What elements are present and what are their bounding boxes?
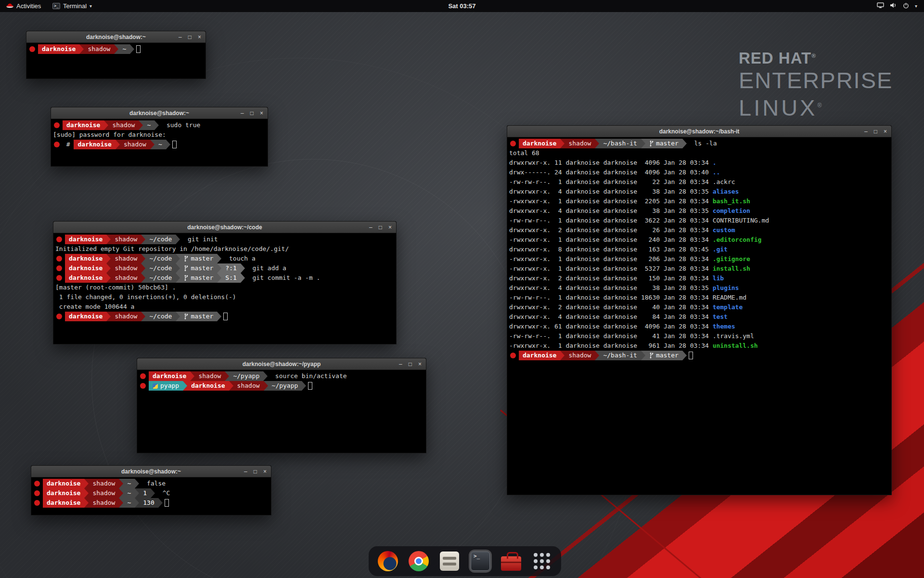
maximize-button[interactable]: □ <box>188 34 192 40</box>
window-titlebar[interactable]: darknoise@shadow:~–□× <box>51 107 268 119</box>
maximize-button[interactable]: □ <box>874 129 877 134</box>
powerline-arrow-icon <box>141 312 145 321</box>
prompt-user-segment: darknoise <box>187 381 229 391</box>
window-controls: –□× <box>241 107 263 118</box>
maximize-button[interactable]: □ <box>379 224 382 230</box>
git-branch-segment: master <box>645 139 682 148</box>
terminal-body[interactable]: darknoiseshadow~ <box>26 43 205 55</box>
terminal-text: drwx------. 24 darknoise darknoise 4096 … <box>509 168 713 177</box>
window-controls: –□× <box>369 222 392 233</box>
close-button[interactable]: × <box>260 110 263 116</box>
minimize-button[interactable]: – <box>369 224 372 230</box>
window-layer: darknoise@shadow:~–□×darknoiseshadow~dar… <box>0 0 924 578</box>
maximize-button[interactable]: □ <box>250 110 254 116</box>
terminal-text: lib <box>713 274 724 283</box>
terminal-line: drwxrwxr-x. 11 darknoise darknoise 4096 … <box>509 158 889 168</box>
terminal-line: -rw-rw-r--. 1 darknoise darknoise 18630 … <box>509 293 889 302</box>
terminal-logo-icon: >_ <box>471 552 490 571</box>
powerline-arrow-icon <box>641 139 645 148</box>
window-titlebar[interactable]: darknoise@shadow:~/bash-it–□× <box>507 126 891 137</box>
git-branch-segment: master <box>180 254 217 263</box>
window-titlebar[interactable]: darknoise@shadow:~/pyapp–□× <box>137 358 426 370</box>
terminal-text: README.md <box>713 293 746 302</box>
close-button[interactable]: × <box>388 224 392 230</box>
powerline-arrow-icon <box>119 488 123 498</box>
powerline-arrow-icon <box>176 312 180 321</box>
app-grid-icon[interactable] <box>530 550 553 573</box>
terminal-line: darknoiseshadow~ false <box>33 479 269 488</box>
terminal-body[interactable]: darknoiseshadow~ sudo true[sudo] passwor… <box>51 119 268 151</box>
prompt-user-segment: darknoise <box>74 140 115 149</box>
firefox-launcher-icon[interactable] <box>376 550 399 573</box>
terminal-text: -rw-rw-r--. 1 darknoise darknoise 18630 … <box>509 293 713 302</box>
distro-icon <box>56 256 62 262</box>
terminal-line: create mode 100644 a <box>55 302 394 312</box>
powerline-arrow-icon <box>114 44 118 54</box>
system-status-menu[interactable]: ▾ <box>870 0 924 12</box>
grid-dot <box>546 553 550 557</box>
terminal-line: darknoiseshadow~/codemaster touch a <box>55 254 394 263</box>
minimize-button[interactable]: – <box>864 129 868 134</box>
powerline-arrow-icon <box>176 263 180 273</box>
powerline-arrow-icon <box>106 273 111 283</box>
window-titlebar[interactable]: darknoise@shadow:~–□× <box>26 31 205 43</box>
powerline-arrow-icon <box>141 254 145 263</box>
minimize-button[interactable]: – <box>399 361 402 367</box>
toolbox-launcher-icon[interactable] <box>500 550 523 573</box>
activities-label: Activities <box>16 2 41 10</box>
terminal-body[interactable]: darknoiseshadow~ falsedarknoiseshadow~1 … <box>31 477 271 509</box>
powerline-arrow-icon <box>229 381 233 391</box>
terminal-text: 1 file changed, 0 insertions(+), 0 delet… <box>55 292 236 302</box>
toolbox-logo-icon <box>501 556 521 571</box>
powerline-arrow-icon <box>302 381 306 391</box>
minimize-button[interactable]: – <box>244 469 247 474</box>
prompt-path-segment: ~/pyapp <box>229 371 263 381</box>
powerline-arrow-icon <box>154 120 159 130</box>
distro-icon <box>54 142 60 147</box>
clock[interactable]: Sat 03:57 <box>448 2 475 10</box>
powerline-arrow-icon <box>264 381 268 391</box>
prompt-host-segment: shadow <box>111 312 141 321</box>
close-button[interactable]: × <box>263 469 267 474</box>
terminal-line: darknoiseshadow~130 <box>33 498 269 508</box>
powerline-arrow-icon <box>241 273 245 283</box>
terminal-line: darknoiseshadow~/bash-itmaster ls -la <box>509 139 889 148</box>
window-title: darknoise@shadow:~/code <box>187 224 262 231</box>
terminal-text: git commit -a -m . <box>245 273 321 283</box>
maximize-button[interactable]: □ <box>409 361 412 367</box>
terminal-body[interactable]: darknoiseshadow~/bash-itmaster ls -latot… <box>507 137 891 362</box>
prompt-path-segment: ~/code <box>145 254 176 263</box>
terminal-body[interactable]: darknoiseshadow~/pyapp source bin/activa… <box>137 370 426 392</box>
powerline-arrow-icon <box>241 263 245 273</box>
window-titlebar[interactable]: darknoise@shadow:~/code–□× <box>53 222 396 233</box>
close-button[interactable]: × <box>198 34 201 40</box>
close-button[interactable]: × <box>418 361 422 367</box>
window-titlebar[interactable]: darknoise@shadow:~–□× <box>31 466 271 477</box>
terminal-body[interactable]: darknoiseshadow~/code git initInitialize… <box>53 233 396 323</box>
terminal-text: completion <box>713 206 750 216</box>
maximize-button[interactable]: □ <box>254 469 257 474</box>
terminal-line: 1 file changed, 0 insertions(+), 0 delet… <box>55 292 394 302</box>
app-menu-button[interactable]: >_ Terminal ▾ <box>47 0 98 12</box>
files-launcher-icon[interactable] <box>438 550 461 573</box>
distro-icon <box>140 373 146 379</box>
terminal-cursor <box>223 313 228 320</box>
terminal-text: total 68 <box>509 148 539 158</box>
activities-button[interactable]: Activities <box>0 0 47 12</box>
desktop[interactable]: RED HAT® ENTERPRISE LINUX® darknoise@sha… <box>0 0 924 578</box>
window-controls: –□× <box>244 466 267 477</box>
grid-dot <box>546 565 550 569</box>
close-button[interactable]: × <box>884 129 887 134</box>
terminal-line: darknoiseshadow~/codemasterS:1 git commi… <box>55 273 394 283</box>
prompt-host-segment: shadow <box>89 479 119 488</box>
terminal-line: drwxrwxr-x. 61 darknoise darknoise 4096 … <box>509 322 889 331</box>
terminal-text: .. <box>713 168 720 177</box>
grid-dot <box>540 565 544 569</box>
terminal-launcher-icon[interactable]: >_ <box>469 550 492 573</box>
chrome-launcher-icon[interactable] <box>407 550 430 573</box>
minimize-button[interactable]: – <box>241 110 244 116</box>
terminal-line: darknoiseshadow~/bash-itmaster <box>509 351 889 360</box>
terminal-line: -rwxrwxr-x. 1 darknoise darknoise 961 Ja… <box>509 341 889 351</box>
minimize-button[interactable]: – <box>179 34 182 40</box>
terminal-text: ls -la <box>687 139 717 148</box>
